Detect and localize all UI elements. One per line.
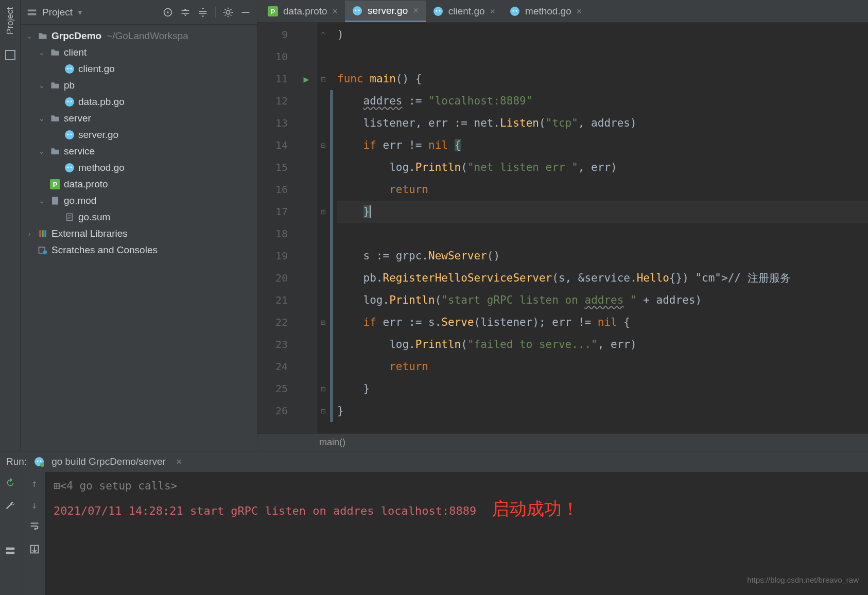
- tab-data-proto[interactable]: P data.proto ×: [261, 1, 345, 22]
- close-icon[interactable]: ×: [490, 6, 496, 17]
- run-toolbar-nav: ↑ ↓: [23, 472, 45, 595]
- chevron-down-icon[interactable]: ⌄: [37, 48, 46, 57]
- svg-rect-21: [39, 230, 41, 237]
- tab-server-go[interactable]: server.go ×: [345, 1, 426, 22]
- console-log-line: 2021/07/11 14:28:21 start gRPC listen on…: [54, 504, 476, 517]
- tree-file[interactable]: data.pb.go: [23, 94, 255, 110]
- chevron-down-icon[interactable]: ⌄: [37, 147, 46, 155]
- wrench-icon[interactable]: [5, 500, 18, 513]
- tree-label: method.go: [78, 162, 125, 173]
- svg-point-14: [67, 134, 69, 135]
- svg-point-28: [358, 9, 360, 11]
- tree-file[interactable]: client.go: [23, 61, 255, 77]
- chevron-down-icon[interactable]: ⌄: [37, 114, 46, 122]
- structure-tool-icon[interactable]: [4, 49, 16, 61]
- chevron-right-icon[interactable]: ›: [25, 230, 34, 238]
- rerun-icon[interactable]: [5, 477, 18, 491]
- watermark: https://blog.csdn.net/breavo_raw: [747, 570, 859, 590]
- go-file-icon: [510, 6, 520, 16]
- svg-point-31: [439, 10, 440, 12]
- fold-column[interactable]: ⌃⊟⊟⊟⊟⊟⊟: [317, 23, 329, 433]
- chevron-down-icon[interactable]: ▼: [78, 8, 82, 16]
- svg-point-7: [65, 64, 74, 74]
- tree-folder-server[interactable]: ⌄ server: [23, 110, 255, 127]
- svg-point-36: [37, 461, 39, 462]
- svg-point-34: [516, 10, 517, 12]
- tree-file[interactable]: method.go: [23, 160, 255, 176]
- tab-method-go[interactable]: method.go ×: [502, 1, 589, 22]
- svg-point-30: [436, 10, 437, 12]
- tree-file-gosum[interactable]: go.sum: [23, 209, 255, 225]
- stop-icon[interactable]: [5, 522, 18, 536]
- svg-point-25: [43, 250, 47, 254]
- tree-file-proto[interactable]: P data.proto: [23, 176, 255, 192]
- svg-point-33: [513, 10, 514, 12]
- svg-point-9: [71, 68, 72, 69]
- svg-rect-22: [42, 230, 43, 237]
- tree-folder-pb[interactable]: ⌄ pb: [23, 77, 255, 94]
- close-icon[interactable]: ×: [176, 456, 182, 467]
- close-icon[interactable]: ×: [333, 6, 338, 17]
- tree-label: client.go: [78, 63, 115, 75]
- go-file-icon: [352, 6, 362, 16]
- run-toolbar-left: [0, 472, 23, 595]
- tree-root[interactable]: ⌄ GrpcDemo ~/GoLandWorkspa: [23, 28, 255, 44]
- tree-scratches[interactable]: Scratches and Consoles: [23, 242, 255, 258]
- tree-folder-client[interactable]: ⌄ client: [23, 44, 255, 61]
- breadcrumb[interactable]: main(): [319, 437, 345, 448]
- code-editor[interactable]: )func main() { addres := "localhost:8889…: [334, 23, 868, 433]
- separator: [215, 7, 216, 18]
- svg-rect-23: [44, 230, 46, 237]
- text-file-icon: [49, 195, 61, 206]
- down-arrow-icon[interactable]: ↓: [31, 499, 37, 511]
- tree-file-gomod[interactable]: ⌄ go.mod: [23, 192, 255, 209]
- up-arrow-icon[interactable]: ↑: [31, 477, 37, 489]
- collapse-all-icon[interactable]: [196, 5, 210, 20]
- line-number-gutter[interactable]: 91011121314151617181920212223242526: [257, 23, 296, 433]
- chevron-down-icon[interactable]: ⌄: [37, 197, 46, 205]
- layout-icon[interactable]: [5, 545, 18, 558]
- run-gutter-icon[interactable]: ▶: [296, 68, 317, 90]
- svg-rect-6: [242, 12, 250, 13]
- chevron-down-icon[interactable]: ⌄: [37, 81, 46, 90]
- project-toolbar-title: Project: [42, 7, 73, 18]
- folder-icon: [49, 80, 61, 91]
- soft-wrap-icon[interactable]: [29, 520, 40, 534]
- svg-rect-2: [28, 13, 37, 15]
- tree-label: go.mod: [64, 195, 96, 206]
- scratches-icon: [37, 244, 48, 256]
- expand-all-icon[interactable]: [178, 5, 193, 20]
- svg-point-37: [40, 461, 42, 462]
- svg-rect-40: [6, 552, 15, 554]
- tree-label: External Libraries: [51, 228, 128, 239]
- go-file-icon: [433, 6, 443, 16]
- proto-file-icon: P: [268, 6, 278, 16]
- tree-ext-libs[interactable]: › External Libraries: [23, 225, 255, 242]
- go-file-icon: [64, 96, 75, 108]
- gutter-icons[interactable]: ▶: [296, 23, 317, 433]
- close-icon[interactable]: ×: [413, 5, 419, 16]
- breadcrumb-bar[interactable]: main(): [257, 433, 868, 451]
- gear-icon[interactable]: [221, 5, 235, 20]
- run-console[interactable]: ⊞<4 go setup calls> 2021/07/11 14:28:21 …: [45, 472, 868, 595]
- svg-rect-0: [6, 50, 15, 60]
- tree-path: ~/GoLandWorkspa: [107, 30, 188, 42]
- svg-point-27: [355, 9, 357, 11]
- close-icon[interactable]: ×: [577, 6, 582, 17]
- tree-file[interactable]: server.go: [23, 127, 255, 143]
- locate-icon[interactable]: [161, 5, 175, 20]
- tab-client-go[interactable]: client.go ×: [426, 1, 502, 22]
- svg-point-18: [71, 167, 72, 168]
- run-config-name[interactable]: go build GrpcDemo/server: [51, 456, 166, 467]
- svg-point-15: [71, 134, 72, 135]
- project-tool-tab[interactable]: Project: [5, 3, 15, 39]
- tree-folder-service[interactable]: ⌄ service: [23, 143, 255, 160]
- tab-label: method.go: [525, 6, 571, 17]
- project-tree[interactable]: ⌄ GrpcDemo ~/GoLandWorkspa ⌄ client clie…: [21, 25, 257, 261]
- hide-icon[interactable]: [238, 5, 253, 20]
- scroll-end-icon[interactable]: [29, 544, 40, 557]
- project-view-icon[interactable]: [25, 5, 39, 20]
- chevron-down-icon[interactable]: ⌄: [25, 32, 34, 40]
- folder-icon: [37, 30, 48, 42]
- console-collapsed-group[interactable]: <4 go setup calls>: [60, 480, 178, 492]
